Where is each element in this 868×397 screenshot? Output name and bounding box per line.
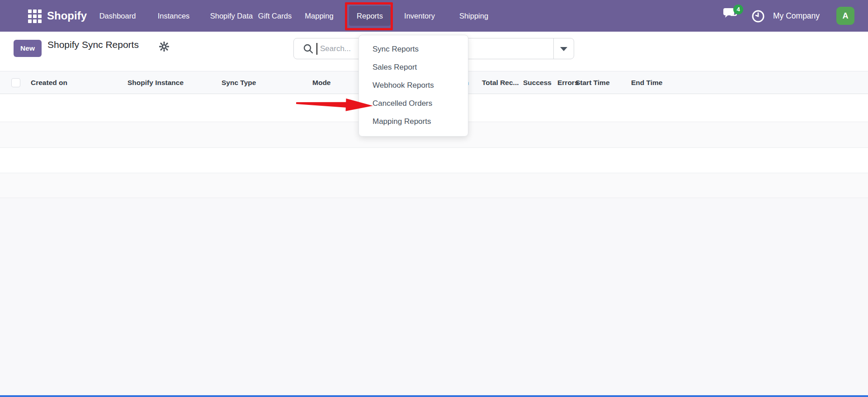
column-sync-type[interactable]: Sync Type: [222, 71, 256, 94]
search-options-toggle[interactable]: [553, 38, 574, 59]
messages-count-badge: 4: [733, 5, 743, 14]
nav-item-mapping[interactable]: Mapping: [298, 6, 340, 26]
nav-item-shopify-data[interactable]: Shopify Data: [204, 6, 259, 26]
page-title: Shopify Sync Reports: [47, 39, 139, 50]
chevron-down-icon: [560, 47, 567, 51]
nav-item-reports[interactable]: Reports: [349, 6, 391, 26]
menu-item-cancelled-orders[interactable]: Cancelled Orders: [359, 95, 468, 113]
nav-item-instances[interactable]: Instances: [153, 6, 194, 26]
app-brand-title[interactable]: Shopify: [47, 0, 87, 32]
activities-clock-icon[interactable]: [751, 9, 765, 23]
column-shopify-instance[interactable]: Shopify Instance: [127, 71, 184, 94]
nav-item-dashboard[interactable]: Dashboard: [92, 6, 143, 26]
menu-item-webhook-reports[interactable]: Webhook Reports: [359, 76, 468, 95]
reports-dropdown-menu: Sync Reports Sales Report Webhook Report…: [359, 35, 468, 137]
column-start-time[interactable]: Start Time: [576, 71, 610, 94]
select-all-checkbox[interactable]: [11, 78, 20, 87]
column-created-on[interactable]: Created on: [31, 71, 67, 94]
menu-item-sales-report[interactable]: Sales Report: [359, 58, 468, 76]
search-icon: [303, 43, 314, 54]
nav-item-shipping[interactable]: Shipping: [452, 6, 495, 26]
bottom-edge-strip: [0, 395, 868, 397]
user-avatar[interactable]: A: [836, 7, 854, 25]
company-switcher[interactable]: My Company: [773, 0, 820, 32]
actions-gear-icon[interactable]: [159, 42, 169, 52]
top-navigation-bar: Shopify Dashboard Instances Shopify Data…: [0, 0, 868, 32]
nav-item-inventory[interactable]: Inventory: [396, 6, 443, 26]
menu-item-sync-reports[interactable]: Sync Reports: [359, 40, 468, 58]
column-mode[interactable]: Mode: [312, 71, 330, 94]
menu-item-mapping-reports[interactable]: Mapping Reports: [359, 113, 468, 131]
column-success[interactable]: Success: [523, 71, 552, 94]
column-end-time[interactable]: End Time: [631, 71, 662, 94]
nav-item-gift-cards[interactable]: Gift Cards: [251, 6, 298, 26]
text-cursor: [316, 43, 317, 55]
apps-grid-icon[interactable]: [28, 9, 42, 23]
column-total-records[interactable]: Total Rec...: [482, 71, 519, 94]
table-row: [0, 148, 868, 173]
table-row: [0, 173, 868, 198]
new-button[interactable]: New: [14, 40, 42, 57]
content-background: [0, 198, 868, 395]
messages-icon[interactable]: 4: [722, 7, 745, 25]
